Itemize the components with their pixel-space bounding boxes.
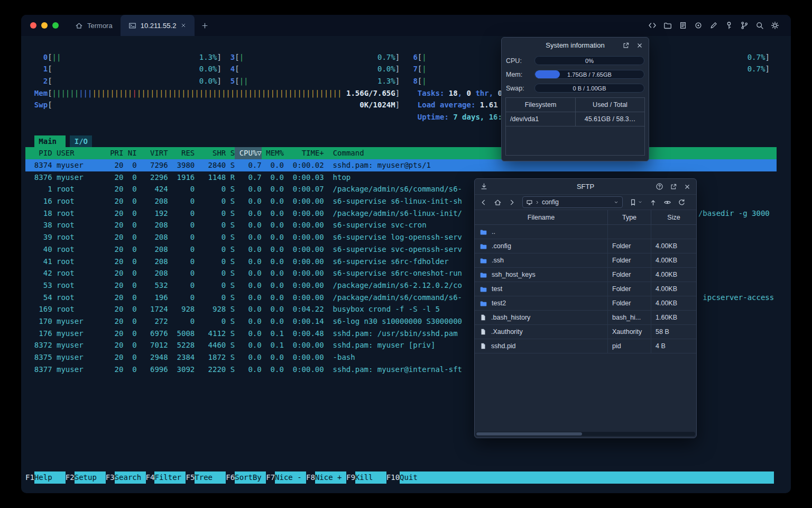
- record-icon[interactable]: [694, 21, 703, 30]
- file-row-test2[interactable]: test2Folder4.00KB: [475, 296, 696, 311]
- file-row-.Xauthority[interactable]: .XauthorityXauthority58 B: [475, 325, 696, 339]
- download-icon[interactable]: [480, 183, 488, 190]
- file-list: ...configFolder4.00KB.sshFolder4.00KBssh…: [475, 225, 696, 353]
- branch-icon[interactable]: [740, 21, 749, 30]
- show-hidden-files-icon[interactable]: [663, 198, 671, 206]
- fkey-F6[interactable]: F6: [226, 471, 235, 484]
- panel-titlebar: System information: [502, 38, 649, 53]
- scrollbar-thumb[interactable]: [476, 432, 582, 436]
- file-name-cell: test2: [475, 296, 607, 310]
- filesystem-row: /dev/vda145.61GB / 58.3…: [506, 112, 644, 126]
- column-size[interactable]: Size: [651, 210, 696, 224]
- file-name: test: [492, 285, 502, 293]
- fkey-F8[interactable]: F8: [306, 471, 315, 484]
- forward-icon[interactable]: [508, 198, 516, 206]
- fkey-F5-label[interactable]: Tree: [195, 471, 226, 484]
- fkey-F9[interactable]: F9: [346, 471, 355, 484]
- cpu-1-percent: 0.0%: [199, 63, 217, 75]
- swap-meter-row: Swp[0K/1024M]Load average: 1.61 1: [25, 99, 777, 111]
- header-columns: PID USER PRI NI VIRT RES SHR S: [25, 147, 235, 159]
- meter-bracket: [: [418, 51, 422, 64]
- cpu-4-label: 4: [230, 63, 235, 75]
- file-size-cell: 58 B: [651, 325, 696, 339]
- code-icon[interactable]: [648, 21, 657, 30]
- bookmark-icon[interactable]: [629, 198, 637, 206]
- file-size-cell: [651, 225, 696, 239]
- close-panel-icon[interactable]: [636, 42, 643, 49]
- bookmark-dropdown-icon[interactable]: [638, 199, 643, 205]
- open-in-window-icon[interactable]: [670, 183, 677, 190]
- fkey-F2[interactable]: F2: [66, 471, 75, 484]
- file-row-sshd.pid[interactable]: sshd.pidpid4 B: [475, 339, 696, 353]
- system-stats-text: ,: [458, 87, 467, 99]
- breadcrumb-separator-icon: [534, 199, 540, 205]
- fkey-F4-label[interactable]: Filter: [154, 471, 186, 484]
- column-filename[interactable]: Filename: [475, 210, 607, 224]
- column-type[interactable]: Type: [607, 210, 651, 224]
- cpu-0-label: 0: [43, 51, 48, 64]
- fkey-F3-label[interactable]: Search: [115, 471, 146, 484]
- file-row-ssh_host_keys[interactable]: ssh_host_keysFolder4.00KB: [475, 268, 696, 282]
- parent-directory-icon[interactable]: [649, 198, 657, 206]
- swap-value: 0K/1024M: [359, 99, 395, 111]
- fkey-F3[interactable]: F3: [106, 471, 115, 484]
- titlebar: Termora 10.211.55.2: [21, 15, 791, 36]
- fkey-F4[interactable]: F4: [146, 471, 155, 484]
- open-in-window-icon[interactable]: [622, 42, 630, 49]
- fkey-F7[interactable]: F7: [266, 471, 275, 484]
- fkey-F1[interactable]: F1: [25, 471, 34, 484]
- path-dropdown-icon[interactable]: [613, 199, 619, 205]
- horizontal-scrollbar[interactable]: [476, 432, 695, 436]
- close-window-button[interactable]: [30, 22, 36, 29]
- zoom-window-button[interactable]: [52, 22, 59, 29]
- cpu-6-label: 6: [413, 51, 417, 64]
- settings-icon[interactable]: [771, 21, 779, 30]
- fkey-F7-label[interactable]: Nice -: [275, 471, 306, 484]
- fkey-F10-label[interactable]: Quit: [400, 471, 774, 484]
- folder-icon[interactable]: [663, 21, 672, 30]
- fkey-F8-label[interactable]: Nice +: [315, 471, 346, 484]
- fkey-F5[interactable]: F5: [186, 471, 195, 484]
- help-icon[interactable]: [656, 183, 663, 190]
- filesystem-table-header: Filesystem Used / Total: [506, 98, 644, 112]
- home-icon[interactable]: [494, 198, 502, 206]
- file-row-.config[interactable]: .configFolder4.00KB: [475, 239, 696, 253]
- logs-icon[interactable]: [679, 21, 687, 30]
- cpu-8-bars: |: [422, 75, 426, 87]
- close-tab-icon[interactable]: [180, 22, 187, 29]
- cpu-progress-bar: 0%: [534, 56, 644, 65]
- file-type-cell: bash_hi...: [607, 311, 651, 324]
- cpu-3-label: 3: [230, 51, 235, 64]
- meter-row-mem: Mem:1.75GB / 7.65GB: [506, 70, 644, 79]
- key-icon[interactable]: [725, 21, 733, 30]
- back-icon[interactable]: [479, 198, 487, 206]
- mem-progress-bar: 1.75GB / 7.65GB: [534, 70, 644, 79]
- column-cpu-sort[interactable]: CPU%▽: [235, 147, 262, 159]
- close-panel-icon[interactable]: [684, 183, 691, 190]
- refresh-icon[interactable]: [678, 198, 686, 206]
- tab-10-211-55-2[interactable]: 10.211.55.2: [121, 15, 195, 36]
- tab-label: Termora: [87, 22, 113, 30]
- search-icon[interactable]: [755, 21, 764, 30]
- screen-tab-i-o[interactable]: I/O: [70, 135, 92, 148]
- new-tab-button[interactable]: [201, 22, 209, 30]
- fkey-F6-label[interactable]: SortBy: [235, 471, 266, 484]
- file-row-test[interactable]: testFolder4.00KB: [475, 282, 696, 296]
- fkey-F10[interactable]: F10: [386, 471, 400, 484]
- fkey-F2-label[interactable]: Setup: [75, 471, 106, 484]
- fkey-F1-label[interactable]: Help: [34, 471, 66, 484]
- pencil-icon[interactable]: [709, 21, 718, 30]
- minimize-window-button[interactable]: [41, 22, 48, 29]
- tab-termora[interactable]: Termora: [67, 15, 121, 36]
- screen-tab-main[interactable]: Main: [34, 135, 66, 148]
- file-row-parent[interactable]: ..: [475, 225, 696, 239]
- process-text: 8377 myuser 20 0 6996 3092 2220 S 0.0 0.…: [25, 364, 462, 376]
- meter-bracket: ]: [395, 87, 400, 99]
- path-breadcrumb[interactable]: config: [522, 196, 623, 208]
- fkey-F9-label[interactable]: Kill: [355, 471, 386, 484]
- command-overflow: /basedir -g 3000: [698, 207, 770, 220]
- file-row-.bash_history[interactable]: .bash_historybash_hi...1.60KB: [475, 311, 696, 325]
- process-row-8374[interactable]: 8374 myuser 20 0 7296 3980 2840 S 0.7 0.…: [25, 159, 777, 171]
- file-row-.ssh[interactable]: .sshFolder4.00KB: [475, 253, 696, 268]
- cpu-8-label: 8: [413, 75, 417, 87]
